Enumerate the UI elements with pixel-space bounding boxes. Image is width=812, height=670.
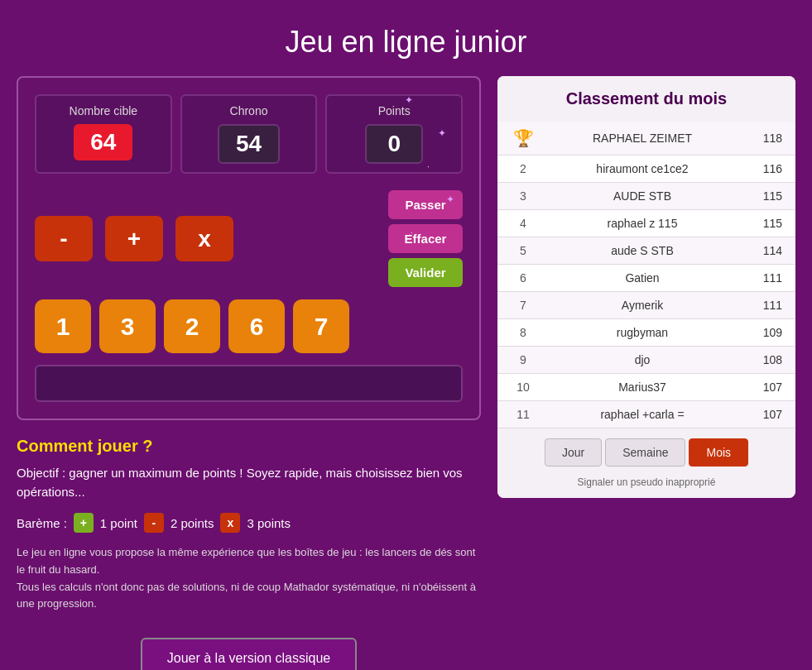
player-name-2: hiraumont ce1ce2: [536, 162, 749, 175]
expression-input[interactable]: [35, 365, 463, 402]
rank-10: 10: [511, 380, 536, 394]
chrono-label: Chrono: [190, 104, 308, 117]
rank-3: 3: [511, 189, 536, 203]
chrono-box: Chrono 54: [180, 94, 318, 174]
tab-mois[interactable]: Mois: [689, 438, 748, 467]
player-score-4: 115: [749, 217, 782, 230]
dice-2[interactable]: 3: [99, 299, 156, 353]
player-score-11: 107: [749, 408, 782, 421]
leaderboard-row-8: 8 rugbyman 109: [497, 319, 795, 347]
report-link[interactable]: Signaler un pseudo inapproprié: [497, 476, 795, 498]
leaderboard-row-7: 7 Aymerik 111: [497, 292, 795, 319]
player-score-7: 111: [749, 299, 782, 312]
scoring-section: Barème : + 1 point - 2 points x 3 points: [17, 513, 481, 533]
rank-4: 4: [511, 217, 536, 230]
rank-5: 5: [511, 244, 536, 257]
leaderboard-row-1: 🏆 RAPHAEL ZEIMET 118: [497, 122, 795, 156]
leaderboard-row-6: 6 Gatien 111: [497, 265, 795, 292]
passer-button[interactable]: Passer: [388, 190, 463, 219]
times-score-label: 3 points: [247, 516, 291, 530]
effacer-button[interactable]: Effacer: [388, 224, 463, 253]
tab-jour[interactable]: Jour: [545, 438, 602, 467]
tab-semaine[interactable]: Semaine: [605, 438, 685, 467]
player-name-11: raphael +carla =: [536, 408, 749, 421]
dice-1[interactable]: 1: [35, 299, 91, 353]
rank-6: 6: [511, 271, 536, 285]
minus-operator-btn[interactable]: -: [35, 216, 93, 261]
player-name-4: raphael z 115: [536, 217, 749, 230]
player-score-3: 115: [749, 189, 782, 203]
scoring-label: Barème :: [17, 516, 67, 530]
minus-badge: -: [144, 513, 164, 533]
plus-badge: +: [74, 513, 94, 533]
classic-btn-wrap: Jouer à la version classique: [17, 638, 481, 670]
rank-8: 8: [511, 326, 536, 339]
stats-row: Nombre cible 64 Chrono 54 Points 0: [35, 94, 463, 174]
how-to-section: Comment jouer ? Objectif : gagner un max…: [17, 437, 481, 613]
right-panel: Classement du mois 🏆 RAPHAEL ZEIMET 118 …: [497, 76, 795, 670]
player-name-6: Gatien: [536, 271, 749, 285]
player-name-9: djo: [536, 353, 749, 366]
leaderboard-row-4: 4 raphael z 115 115: [497, 210, 795, 237]
how-to-objective: Objectif : gagner un maximum de points !…: [17, 464, 481, 501]
rank-9: 9: [511, 353, 536, 366]
leaderboard: Classement du mois 🏆 RAPHAEL ZEIMET 118 …: [497, 76, 795, 498]
dice-4[interactable]: 6: [228, 299, 285, 353]
points-value: 0: [365, 124, 423, 164]
leaderboard-row-5: 5 aude S STB 114: [497, 237, 795, 265]
player-name-3: AUDE STB: [536, 189, 749, 203]
how-to-description: Le jeu en ligne vous propose la même exp…: [17, 544, 481, 613]
action-buttons: Passer Effacer Valider: [388, 190, 463, 287]
rank-2: 2: [511, 162, 536, 175]
player-score-5: 114: [749, 244, 782, 257]
leaderboard-row-11: 11 raphael +carla = 107: [497, 401, 795, 428]
valider-button[interactable]: Valider: [388, 258, 463, 287]
game-box: ✦ ✦ · ✦ · Nombre cible 64 Chrono 54 Poin…: [17, 76, 481, 420]
rank-11: 11: [511, 408, 536, 421]
player-score-10: 107: [749, 380, 782, 394]
rank-7: 7: [511, 299, 536, 312]
nombre-cible-box: Nombre cible 64: [35, 94, 172, 174]
player-name-10: Marius37: [536, 380, 749, 394]
dice-3[interactable]: 2: [164, 299, 220, 353]
player-name-7: Aymerik: [536, 299, 749, 312]
leaderboard-row-3: 3 AUDE STB 115: [497, 183, 795, 210]
points-box: Points 0: [325, 94, 463, 174]
minus-score-label: 2 points: [171, 516, 214, 530]
how-to-title: Comment jouer ?: [17, 437, 481, 456]
player-name-5: aude S STB: [536, 244, 749, 257]
times-badge: x: [220, 513, 240, 533]
player-score-8: 109: [749, 326, 782, 339]
player-score-1: 118: [749, 132, 782, 145]
player-name-1: RAPHAEL ZEIMET: [536, 132, 749, 145]
dice-5[interactable]: 7: [293, 299, 349, 353]
trophy-icon: 🏆: [511, 128, 536, 148]
player-name-8: rugbyman: [536, 326, 749, 339]
plus-score-label: 1 point: [100, 516, 137, 530]
times-operator-btn[interactable]: x: [175, 216, 233, 261]
page-title: Jeu en ligne junior: [0, 0, 812, 76]
dice-row: 1 3 2 6 7: [35, 299, 463, 353]
classic-version-button[interactable]: Jouer à la version classique: [141, 638, 357, 670]
leaderboard-title: Classement du mois: [497, 76, 795, 122]
player-score-9: 108: [749, 353, 782, 366]
points-label: Points: [335, 104, 453, 117]
leaderboard-row-2: 2 hiraumont ce1ce2 116: [497, 156, 795, 183]
player-score-6: 111: [749, 271, 782, 285]
chrono-value: 54: [218, 124, 280, 164]
leaderboard-row-9: 9 djo 108: [497, 347, 795, 374]
left-panel: ✦ ✦ · ✦ · Nombre cible 64 Chrono 54 Poin…: [17, 76, 481, 670]
leaderboard-tabs: Jour Semaine Mois: [497, 428, 795, 476]
plus-operator-btn[interactable]: +: [105, 216, 163, 261]
leaderboard-row-10: 10 Marius37 107: [497, 374, 795, 401]
nombre-cible-label: Nombre cible: [45, 104, 162, 117]
nombre-cible-value: 64: [74, 124, 132, 160]
player-score-2: 116: [749, 162, 782, 175]
operators-row: - + x Passer Effacer Valider: [35, 190, 463, 287]
